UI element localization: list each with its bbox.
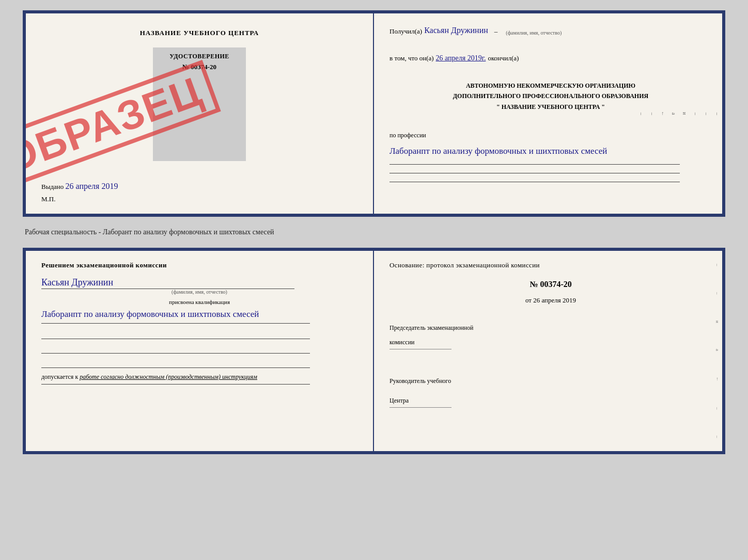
- sig-line-1: [41, 329, 310, 339]
- kvali-label: присвоена квалификация: [41, 299, 357, 305]
- kvali-text: Лаборанпт по анализу формовочных и шихтп…: [41, 307, 357, 321]
- okonchil-label: окончил(а): [488, 53, 519, 64]
- vtom-date: 26 апреля 2019г.: [436, 53, 486, 64]
- top-doc-title: НАЗВАНИЕ УЧЕБНОГО ЦЕНТРА: [140, 29, 259, 37]
- top-doc-bottom: Выдано 26 апреля 2019 М.П.: [41, 174, 357, 203]
- rukov-label1: Руководитель учебного: [389, 376, 712, 386]
- specialty-text: Рабочая специальность - Лаборант по анал…: [23, 225, 725, 239]
- chairman-label1: Председатель экзаменационной: [389, 323, 712, 332]
- mp-line: М.П.: [41, 195, 55, 203]
- profession-underline: [389, 164, 680, 165]
- cert-number: № 00374-20: [182, 63, 216, 71]
- dopuskaetsya-text: работе согласно должностным (производств…: [80, 373, 257, 380]
- vydano-date: 26 апреля 2019: [66, 182, 118, 190]
- osnov-label: Основание: протокол экзаменационной коми…: [389, 261, 712, 269]
- bottom-fio-label: (фамилия, имя, отчество): [41, 289, 357, 295]
- recipient-name: Касьян Дружинин: [424, 24, 488, 37]
- profession-underline2: [389, 173, 680, 173]
- bottom-name: Касьян Дружинин: [41, 277, 357, 288]
- ot-line: от 26 апреля 2019: [389, 296, 712, 305]
- rukov-label2: Центра: [389, 396, 712, 405]
- poluchil-label: Получил(a): [389, 26, 422, 37]
- komissia-title: Решением экзаменационной комиссии: [41, 261, 357, 269]
- top-doc-left: НАЗВАНИЕ УЧЕБНОГО ЦЕНТРА УДОСТОВЕРЕНИЕ №…: [26, 13, 374, 214]
- vydano-line: Выдано 26 апреля 2019: [41, 182, 118, 191]
- ot-date: 26 апреля 2019: [533, 296, 576, 304]
- top-document: НАЗВАНИЕ УЧЕБНОГО ЦЕНТРА УДОСТОВЕРЕНИЕ №…: [23, 10, 725, 217]
- bottom-right-marks: – – и а ← – –: [715, 251, 720, 451]
- vydano-label: Выдано: [41, 183, 64, 190]
- signature-lines: [41, 329, 357, 368]
- sig-line-3: [41, 358, 310, 368]
- kvali-underline1: [41, 323, 310, 324]
- bottom-doc-left: Решением экзаменационной комиссии Касьян…: [26, 251, 374, 451]
- sig-line-2: [41, 343, 310, 354]
- protocol-number: № 00374-20: [389, 280, 712, 289]
- bottom-document: Решением экзаменационной комиссии Касьян…: [23, 248, 725, 454]
- dopuskaetsya-block: допускается к работе согласно должностны…: [41, 373, 357, 381]
- vtom-label: в том, что он(а): [389, 53, 434, 64]
- chairman-block: Председатель экзаменационной комиссии: [389, 318, 712, 351]
- dopusk-underline: [41, 384, 310, 385]
- fio-sublabel: (фамилия, имя, отчество): [506, 29, 562, 37]
- bottom-doc-right: Основание: протокол экзаменационной коми…: [374, 251, 722, 451]
- profession-underline3: [389, 182, 680, 182]
- ot-label: от: [525, 296, 532, 304]
- cert-label: УДОСТОВЕРЕНИЕ: [169, 53, 229, 60]
- chairman-label2: комиссии: [389, 338, 712, 347]
- rukov-block: Руководитель учебного Центра: [389, 366, 712, 410]
- dopuskaetsya-label: допускается к: [41, 373, 78, 380]
- right-side-marks: – – – и а ← – –: [638, 13, 720, 214]
- top-doc-right: Получил(a) Касьян Дружинин – (фамилия, и…: [374, 13, 722, 214]
- certificate-box: УДОСТОВЕРЕНИЕ № 00374-20: [153, 47, 246, 161]
- chairman-sig-line: [389, 349, 451, 349]
- rukov-sig-line: [389, 407, 451, 408]
